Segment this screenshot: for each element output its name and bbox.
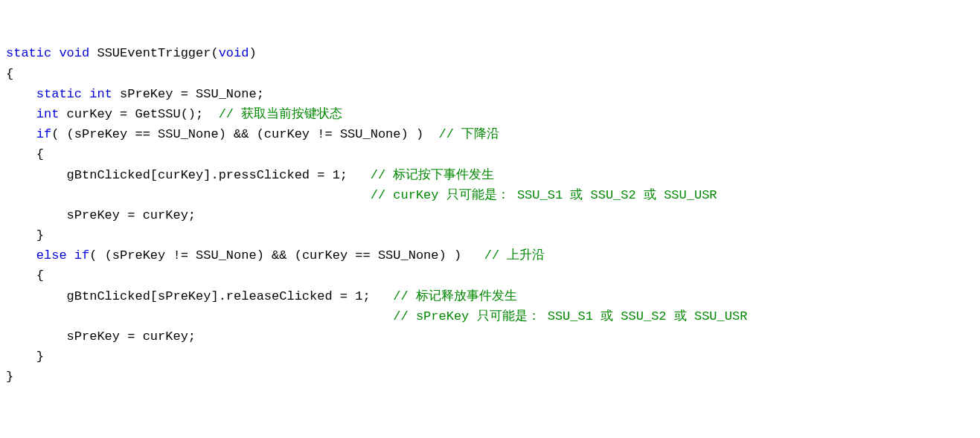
condition: ( (sPreKey != SSU_None) && (curKey == SS… xyxy=(89,248,484,263)
paren-close: ) xyxy=(249,46,256,60)
keyword-int: int xyxy=(36,107,60,121)
code-line-11: sPreKey = curKey; xyxy=(6,205,974,225)
keyword-if: if xyxy=(36,127,51,141)
statement: gBtnClicked[sPreKey].releaseClicked = 1; xyxy=(6,289,393,303)
keyword-void: void xyxy=(59,46,89,60)
keyword-static: static xyxy=(36,87,82,101)
code-line-19: } xyxy=(6,367,974,387)
code-line-5: int curKey = GetSSU(); // 获取当前按键状态 xyxy=(6,104,974,124)
comment: // 上升沿 xyxy=(484,248,545,263)
code-line-12: } xyxy=(6,225,974,245)
code-line-3: static int sPreKey = SSU_None; xyxy=(6,84,974,104)
keyword-int: int xyxy=(89,87,112,101)
code-line-8: { xyxy=(6,144,974,164)
declaration: sPreKey = SSU_None; xyxy=(112,87,264,101)
keyword-if: if xyxy=(74,248,89,263)
indent xyxy=(6,248,36,263)
comment: // 获取当前按键状态 xyxy=(219,107,343,121)
code-line-1: static void SSUEventTrigger(void) xyxy=(6,43,974,63)
function-name: SSUEventTrigger( xyxy=(89,46,218,60)
indent xyxy=(6,127,36,141)
code-line-16: // sPreKey 只可能是： SSU_S1 或 SSU_S2 或 SSU_U… xyxy=(6,306,974,326)
space xyxy=(67,248,74,263)
statement: gBtnClicked[curKey].pressClicked = 1; xyxy=(6,168,371,182)
comment: // 下降沿 xyxy=(439,127,500,141)
code-block: static void SSUEventTrigger(void){ stati… xyxy=(6,43,974,387)
keyword-static: static xyxy=(6,46,51,60)
declaration: curKey = GetSSU(); xyxy=(59,107,218,121)
keyword-else: else xyxy=(36,248,67,263)
code-line-13: else if( (sPreKey != SSU_None) && (curKe… xyxy=(6,245,974,265)
comment: // sPreKey 只可能是： SSU_S1 或 SSU_S2 或 SSU_U… xyxy=(393,309,747,323)
code-line-17: sPreKey = curKey; xyxy=(6,326,974,347)
condition: ( (sPreKey == SSU_None) && (curKey != SS… xyxy=(51,127,438,141)
code-line-9: gBtnClicked[curKey].pressClicked = 1; //… xyxy=(6,165,974,185)
keyword-void-param: void xyxy=(219,46,249,60)
code-line-10: // curKey 只可能是： SSU_S1 或 SSU_S2 或 SSU_US… xyxy=(6,185,974,205)
code-line-18: } xyxy=(6,347,974,367)
indent xyxy=(6,87,36,101)
indent xyxy=(6,107,36,121)
comment: // 标记按下事件发生 xyxy=(371,168,495,182)
code-line-15: gBtnClicked[sPreKey].releaseClicked = 1;… xyxy=(6,286,974,306)
comment: // 标记释放事件发生 xyxy=(393,289,517,303)
code-line-14: { xyxy=(6,265,974,286)
code-line-2: { xyxy=(6,64,974,84)
indent xyxy=(6,309,393,323)
indent xyxy=(6,188,371,202)
comment: // curKey 只可能是： SSU_S1 或 SSU_S2 或 SSU_US… xyxy=(371,188,717,202)
code-line-7: if( (sPreKey == SSU_None) && (curKey != … xyxy=(6,124,974,144)
space xyxy=(82,87,89,101)
